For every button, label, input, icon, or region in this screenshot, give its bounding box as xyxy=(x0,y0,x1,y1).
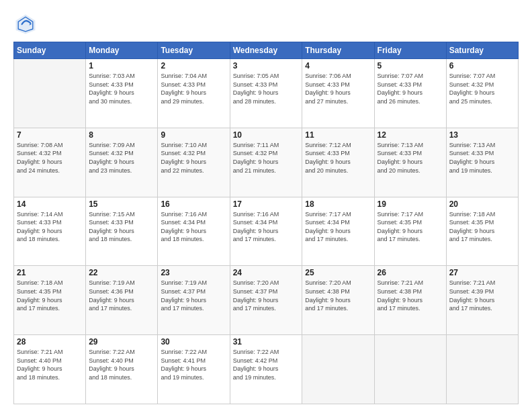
calendar-header-wednesday: Wednesday xyxy=(230,42,302,59)
page: SundayMondayTuesdayWednesdayThursdayFrid… xyxy=(0,0,532,411)
calendar-cell: 24Sunrise: 7:20 AM Sunset: 4:37 PM Dayli… xyxy=(230,266,302,335)
calendar-cell: 7Sunrise: 7:08 AM Sunset: 4:32 PM Daylig… xyxy=(14,128,86,197)
day-number: 14 xyxy=(17,199,83,209)
day-number: 19 xyxy=(378,199,443,209)
calendar-header-row: SundayMondayTuesdayWednesdayThursdayFrid… xyxy=(14,42,519,59)
day-info: Sunrise: 7:16 AM Sunset: 4:34 PM Dayligh… xyxy=(233,210,300,244)
calendar-cell xyxy=(374,335,446,404)
day-number: 27 xyxy=(449,268,515,277)
day-info: Sunrise: 7:21 AM Sunset: 4:39 PM Dayligh… xyxy=(449,279,515,312)
day-info: Sunrise: 7:18 AM Sunset: 4:35 PM Dayligh… xyxy=(449,210,515,244)
day-info: Sunrise: 7:09 AM Sunset: 4:32 PM Dayligh… xyxy=(89,141,154,175)
day-info: Sunrise: 7:22 AM Sunset: 4:41 PM Dayligh… xyxy=(161,348,226,381)
day-info: Sunrise: 7:20 AM Sunset: 4:38 PM Dayligh… xyxy=(305,279,371,312)
calendar-week-1: 7Sunrise: 7:08 AM Sunset: 4:32 PM Daylig… xyxy=(14,128,519,197)
day-number: 11 xyxy=(305,130,371,140)
day-number: 2 xyxy=(161,61,226,71)
day-number: 28 xyxy=(17,337,83,347)
day-info: Sunrise: 7:15 AM Sunset: 4:33 PM Dayligh… xyxy=(89,210,154,244)
calendar-cell: 2Sunrise: 7:04 AM Sunset: 4:33 PM Daylig… xyxy=(158,59,230,128)
calendar-cell: 17Sunrise: 7:16 AM Sunset: 4:34 PM Dayli… xyxy=(230,197,302,266)
calendar-cell: 14Sunrise: 7:14 AM Sunset: 4:33 PM Dayli… xyxy=(14,197,86,266)
day-info: Sunrise: 7:14 AM Sunset: 4:33 PM Dayligh… xyxy=(17,210,83,244)
day-number: 18 xyxy=(305,199,371,209)
calendar-cell: 21Sunrise: 7:18 AM Sunset: 4:35 PM Dayli… xyxy=(14,266,86,335)
day-number: 13 xyxy=(449,130,515,140)
calendar-week-2: 14Sunrise: 7:14 AM Sunset: 4:33 PM Dayli… xyxy=(14,197,519,266)
calendar-cell: 11Sunrise: 7:12 AM Sunset: 4:33 PM Dayli… xyxy=(302,128,374,197)
day-info: Sunrise: 7:19 AM Sunset: 4:37 PM Dayligh… xyxy=(161,279,226,312)
calendar-cell xyxy=(14,59,86,128)
calendar-cell: 1Sunrise: 7:03 AM Sunset: 4:33 PM Daylig… xyxy=(86,59,158,128)
day-info: Sunrise: 7:16 AM Sunset: 4:34 PM Dayligh… xyxy=(161,210,226,244)
calendar-cell: 29Sunrise: 7:22 AM Sunset: 4:40 PM Dayli… xyxy=(86,335,158,404)
day-info: Sunrise: 7:03 AM Sunset: 4:33 PM Dayligh… xyxy=(89,72,154,105)
day-number: 10 xyxy=(233,130,300,140)
calendar-cell: 15Sunrise: 7:15 AM Sunset: 4:33 PM Dayli… xyxy=(86,197,158,266)
calendar-cell: 25Sunrise: 7:20 AM Sunset: 4:38 PM Dayli… xyxy=(302,266,374,335)
day-info: Sunrise: 7:12 AM Sunset: 4:33 PM Dayligh… xyxy=(305,141,371,175)
day-number: 20 xyxy=(449,199,515,209)
day-number: 17 xyxy=(233,199,300,209)
calendar-cell: 4Sunrise: 7:06 AM Sunset: 4:33 PM Daylig… xyxy=(302,59,374,128)
calendar-cell: 10Sunrise: 7:11 AM Sunset: 4:32 PM Dayli… xyxy=(230,128,302,197)
day-info: Sunrise: 7:20 AM Sunset: 4:37 PM Dayligh… xyxy=(233,279,300,312)
calendar-cell: 20Sunrise: 7:18 AM Sunset: 4:35 PM Dayli… xyxy=(446,197,518,266)
day-info: Sunrise: 7:10 AM Sunset: 4:32 PM Dayligh… xyxy=(161,141,226,175)
calendar-cell: 30Sunrise: 7:22 AM Sunset: 4:41 PM Dayli… xyxy=(158,335,230,404)
day-info: Sunrise: 7:07 AM Sunset: 4:32 PM Dayligh… xyxy=(449,72,515,105)
calendar-header-saturday: Saturday xyxy=(446,42,518,59)
calendar-header-tuesday: Tuesday xyxy=(158,42,230,59)
day-number: 15 xyxy=(89,199,154,209)
calendar-cell: 9Sunrise: 7:10 AM Sunset: 4:32 PM Daylig… xyxy=(158,128,230,197)
day-number: 5 xyxy=(378,61,443,71)
calendar-cell: 27Sunrise: 7:21 AM Sunset: 4:39 PM Dayli… xyxy=(446,266,518,335)
day-info: Sunrise: 7:07 AM Sunset: 4:33 PM Dayligh… xyxy=(378,72,443,105)
calendar-header-thursday: Thursday xyxy=(302,42,374,59)
day-number: 21 xyxy=(17,268,83,277)
day-info: Sunrise: 7:05 AM Sunset: 4:33 PM Dayligh… xyxy=(233,72,300,105)
day-number: 31 xyxy=(233,337,300,347)
calendar-cell xyxy=(446,335,518,404)
calendar-cell: 5Sunrise: 7:07 AM Sunset: 4:33 PM Daylig… xyxy=(374,59,446,128)
calendar-cell: 23Sunrise: 7:19 AM Sunset: 4:37 PM Dayli… xyxy=(158,266,230,335)
day-number: 8 xyxy=(89,130,154,140)
calendar-week-4: 28Sunrise: 7:21 AM Sunset: 4:40 PM Dayli… xyxy=(14,335,519,404)
day-number: 6 xyxy=(449,61,515,71)
day-number: 9 xyxy=(161,130,226,140)
calendar-cell: 6Sunrise: 7:07 AM Sunset: 4:32 PM Daylig… xyxy=(446,59,518,128)
calendar-cell xyxy=(302,335,374,404)
day-number: 25 xyxy=(305,268,371,277)
calendar-cell: 28Sunrise: 7:21 AM Sunset: 4:40 PM Dayli… xyxy=(14,335,86,404)
logo xyxy=(13,12,40,36)
day-number: 3 xyxy=(233,61,300,71)
day-info: Sunrise: 7:13 AM Sunset: 4:33 PM Dayligh… xyxy=(378,141,443,175)
day-info: Sunrise: 7:13 AM Sunset: 4:33 PM Dayligh… xyxy=(449,141,515,175)
calendar-cell: 26Sunrise: 7:21 AM Sunset: 4:38 PM Dayli… xyxy=(374,266,446,335)
day-number: 24 xyxy=(233,268,300,277)
day-number: 16 xyxy=(161,199,226,209)
calendar-cell: 31Sunrise: 7:22 AM Sunset: 4:42 PM Dayli… xyxy=(230,335,302,404)
day-number: 29 xyxy=(89,337,154,347)
day-info: Sunrise: 7:04 AM Sunset: 4:33 PM Dayligh… xyxy=(161,72,226,105)
calendar-cell: 16Sunrise: 7:16 AM Sunset: 4:34 PM Dayli… xyxy=(158,197,230,266)
calendar-cell: 12Sunrise: 7:13 AM Sunset: 4:33 PM Dayli… xyxy=(374,128,446,197)
calendar-cell: 13Sunrise: 7:13 AM Sunset: 4:33 PM Dayli… xyxy=(446,128,518,197)
calendar-cell: 3Sunrise: 7:05 AM Sunset: 4:33 PM Daylig… xyxy=(230,59,302,128)
day-number: 12 xyxy=(378,130,443,140)
day-info: Sunrise: 7:22 AM Sunset: 4:40 PM Dayligh… xyxy=(89,348,154,381)
day-info: Sunrise: 7:17 AM Sunset: 4:35 PM Dayligh… xyxy=(378,210,443,244)
calendar-table: SundayMondayTuesdayWednesdayThursdayFrid… xyxy=(13,42,519,404)
day-info: Sunrise: 7:22 AM Sunset: 4:42 PM Dayligh… xyxy=(233,348,300,381)
calendar-cell: 8Sunrise: 7:09 AM Sunset: 4:32 PM Daylig… xyxy=(86,128,158,197)
calendar-header-sunday: Sunday xyxy=(14,42,86,59)
day-number: 30 xyxy=(161,337,226,347)
day-number: 23 xyxy=(161,268,226,277)
calendar-cell: 18Sunrise: 7:17 AM Sunset: 4:34 PM Dayli… xyxy=(302,197,374,266)
calendar-week-0: 1Sunrise: 7:03 AM Sunset: 4:33 PM Daylig… xyxy=(14,59,519,128)
day-number: 26 xyxy=(378,268,443,277)
day-info: Sunrise: 7:21 AM Sunset: 4:40 PM Dayligh… xyxy=(17,348,83,381)
day-info: Sunrise: 7:11 AM Sunset: 4:32 PM Dayligh… xyxy=(233,141,300,175)
calendar-week-3: 21Sunrise: 7:18 AM Sunset: 4:35 PM Dayli… xyxy=(14,266,519,335)
day-info: Sunrise: 7:06 AM Sunset: 4:33 PM Dayligh… xyxy=(305,72,371,105)
